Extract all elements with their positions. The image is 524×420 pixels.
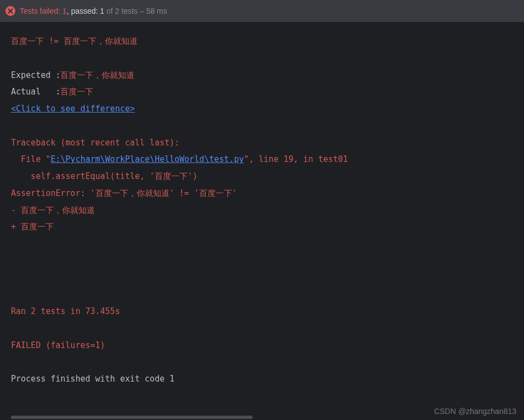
traceback-code-line: self.assertEqual(title, '百度一下') (11, 171, 198, 181)
ran-tests-line: Ran 2 tests in 73.455s (11, 306, 120, 316)
actual-value: 百度一下 (60, 87, 93, 97)
traceback-file-link[interactable]: E:\Pycharm\WorkPlace\HelloWorld\test.py (50, 154, 244, 164)
tests-passed-label: , passed: (67, 7, 98, 15)
expected-label: Expected : (11, 70, 60, 80)
diff-minus-line: - 百度一下，你就知道 (11, 205, 95, 215)
actual-label: Actual : (11, 87, 60, 97)
tests-failed-count: 1 (63, 7, 67, 15)
assertion-neq-line: 百度一下 != 百度一下，你就知道 (11, 36, 138, 46)
traceback-file-prefix: File " (11, 154, 50, 164)
tests-total-text: of 2 tests – 58 ms (104, 7, 167, 15)
failed-summary-line: FAILED (failures=1) (11, 340, 105, 350)
tests-failed-label: Tests failed: (20, 7, 60, 15)
fail-icon (5, 6, 15, 16)
horizontal-scrollbar[interactable] (11, 416, 252, 419)
diff-plus-line: + 百度一下 (11, 222, 54, 232)
traceback-file-suffix: ", line 19, in test01 (244, 154, 348, 164)
exit-code-line: Process finished with exit code 1 (11, 374, 174, 384)
expected-value: 百度一下，你就知道 (60, 70, 134, 80)
console-output[interactable]: 百度一下 != 百度一下，你就知道 Expected :百度一下，你就知道 Ac… (0, 22, 524, 415)
assertion-error-line: AssertionError: '百度一下，你就知道' != '百度一下' (11, 188, 237, 198)
see-difference-link[interactable]: <Click to see difference> (11, 104, 135, 114)
tests-passed-count: 1 (100, 7, 104, 15)
test-summary-text: Tests failed: 1, passed: 1 of 2 tests – … (20, 7, 167, 15)
traceback-header: Traceback (most recent call last): (11, 138, 179, 148)
test-status-bar: Tests failed: 1, passed: 1 of 2 tests – … (0, 0, 524, 22)
